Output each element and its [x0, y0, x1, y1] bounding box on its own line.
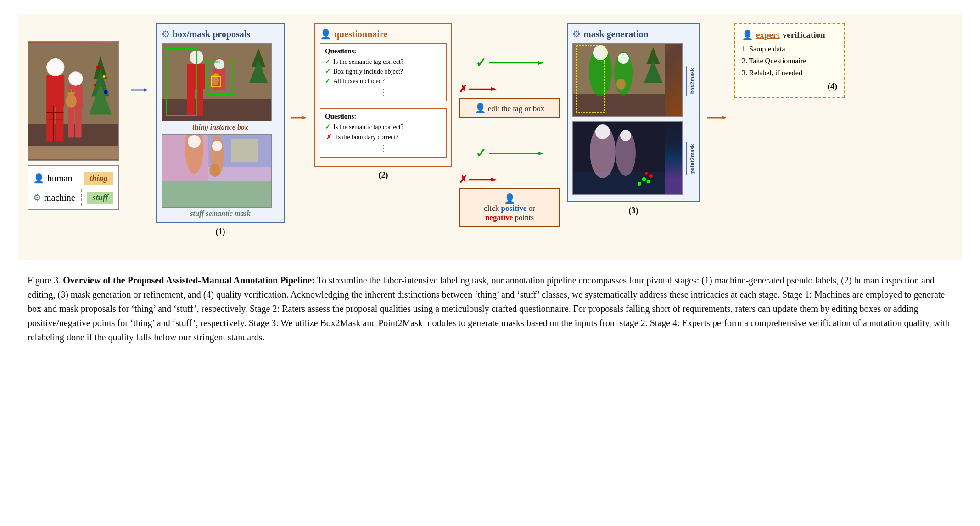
stage1-box: ⚙ box/mask proposals	[156, 23, 285, 223]
svg-point-74	[616, 79, 626, 90]
annotation-col: ✓ ✗ 👤	[459, 51, 560, 227]
red-x-stuff: ✗	[459, 174, 497, 186]
thing-annotation-person-icon: 👤	[475, 103, 486, 113]
svg-rect-19	[75, 108, 82, 138]
svg-point-7	[94, 84, 96, 87]
svg-rect-67	[573, 94, 665, 117]
green-check-stuff: ✓	[476, 146, 544, 161]
svg-point-73	[618, 53, 629, 64]
svg-text:person: person	[168, 50, 179, 55]
blue-arrow-svg	[131, 87, 149, 93]
stage2-inner: Questions: ✓ Is the semantic tag correct…	[320, 43, 447, 161]
expert-number: (4)	[742, 82, 837, 91]
orange-arrow-svg	[291, 115, 308, 120]
points-word: points	[515, 213, 534, 222]
green-arrow-stuff	[489, 152, 544, 155]
caption-bold-text: Overview of the Proposed Assisted-Manual…	[63, 275, 315, 285]
figure-ref: Figure 3.	[28, 275, 61, 285]
thing-q1-check: ✓	[325, 58, 330, 66]
svg-point-83	[647, 180, 650, 183]
box2mask-img	[572, 43, 683, 117]
svg-point-86	[645, 172, 648, 175]
svg-rect-10	[46, 75, 64, 107]
arrow-stage1-to-stage2	[291, 115, 308, 120]
thing-tag: thing	[84, 172, 113, 185]
thing-q3-text: All boxes included?	[333, 78, 385, 85]
stage3-col: ⚙ mask generation	[567, 23, 700, 215]
stage2-box: 👤 questionnaire Questions: ✓ Is the sema…	[314, 23, 452, 167]
thing-q1-item: ✓ Is the semantic tag correct?	[325, 58, 442, 66]
stuff-questionnaire-panel: Questions: ✓ Is the semantic tag correct…	[320, 108, 447, 158]
expert-item1: 1. Sample data	[742, 45, 837, 53]
point2mask-img	[572, 121, 683, 195]
stuff-annotation-group: ✗ 👤 click positive or negative	[459, 174, 560, 227]
green-check-stuff-icon: ✓	[476, 146, 486, 161]
thing-label: thing instance box	[162, 123, 279, 131]
stuff-annotation-text: click positive or negative points	[484, 204, 535, 222]
stage2-title-text: questionnaire	[334, 29, 387, 40]
stuff-q-header: Questions:	[325, 113, 442, 120]
svg-rect-24	[28, 146, 118, 159]
svg-point-79	[595, 124, 610, 139]
stuff-q2-check: ✗	[325, 133, 333, 141]
stuff-label-rest: semantic mask	[206, 209, 250, 217]
red-x-thing: ✗	[459, 83, 497, 95]
stuff-img-svg	[162, 135, 272, 208]
point2mask-svg	[573, 122, 665, 195]
expert-person-icon: 👤	[742, 29, 753, 40]
stage2-number: (2)	[379, 170, 388, 180]
stage1-number: (1)	[216, 227, 225, 237]
source-photo	[28, 41, 119, 161]
expert-list: 1. Sample data 2. Take Questionnaire 3. …	[742, 45, 837, 77]
expert-box: 👤 expert verification 1. Sample data 2. …	[734, 23, 845, 98]
svg-point-26	[68, 71, 83, 85]
thing-img-svg: person person teddy	[162, 44, 272, 121]
stage3-gear-icon: ⚙	[572, 28, 581, 40]
thing-q2-item: ✓ Box tightly include object?	[325, 68, 442, 75]
thing-q1-text: Is the semantic tag correct?	[333, 58, 403, 66]
red-x-stuff-icon: ✗	[459, 174, 467, 186]
caption-area: Figure 3. Overview of the Proposed Assis…	[18, 269, 959, 349]
stage3-title-text: mask generation	[583, 29, 649, 40]
left-section: 👤 human thing ⚙ machine stuff	[23, 41, 124, 210]
stage3-labels-col: box2mask point2mask	[686, 43, 698, 197]
svg-text:person: person	[209, 59, 220, 64]
expert-item3: 3. Relabel, if needed	[742, 69, 837, 77]
thing-questionnaire-panel: Questions: ✓ Is the semantic tag correct…	[320, 43, 447, 101]
svg-marker-63	[538, 152, 544, 155]
thing-q-dots: ⋮	[325, 87, 442, 97]
green-check-thing-icon: ✓	[476, 55, 486, 70]
stuff-q1-item: ✓ Is the semantic tag correct?	[325, 123, 442, 131]
thing-italic: thing	[192, 123, 208, 131]
arrow-stage3-to-expert	[707, 115, 728, 120]
diagram-inner: 👤 human thing ⚙ machine stuff	[23, 23, 957, 237]
thing-annotation-box: 👤 edit the tag or box	[459, 98, 560, 118]
thing-q3-item: ✓ All boxes included?	[325, 77, 442, 85]
expert-item2: 2. Take Questionnaire	[742, 57, 837, 65]
svg-point-53	[212, 141, 222, 151]
stuff-proposal-img	[162, 134, 272, 208]
human-icon: 👤	[33, 173, 45, 184]
box2mask-label: box2mask	[686, 66, 698, 96]
svg-point-6	[103, 75, 106, 78]
svg-point-52	[188, 135, 201, 148]
stage2-person-icon: 👤	[320, 28, 331, 40]
stage3-title: ⚙ mask generation	[572, 28, 694, 40]
svg-point-54	[209, 164, 220, 177]
green-arrow-thing	[489, 61, 544, 65]
thing-q3-check: ✓	[325, 77, 330, 85]
thing-q2-check: ✓	[325, 68, 330, 75]
or-word: or	[526, 204, 535, 213]
stuff-tag: stuff	[87, 192, 114, 204]
stage3-photos: box2mask point2mask	[572, 43, 694, 197]
thing-label-rest: instance box	[210, 123, 248, 131]
svg-point-82	[642, 177, 646, 181]
photo-svg	[28, 41, 118, 161]
svg-point-84	[638, 182, 641, 186]
svg-marker-28	[144, 88, 148, 92]
svg-marker-59	[538, 61, 544, 65]
stuff-annotation-box: 👤 click positive or negative points	[459, 188, 560, 227]
stage3-number: (3)	[629, 206, 638, 215]
red-arrow-stuff	[469, 178, 497, 181]
box2mask-svg	[573, 44, 665, 117]
